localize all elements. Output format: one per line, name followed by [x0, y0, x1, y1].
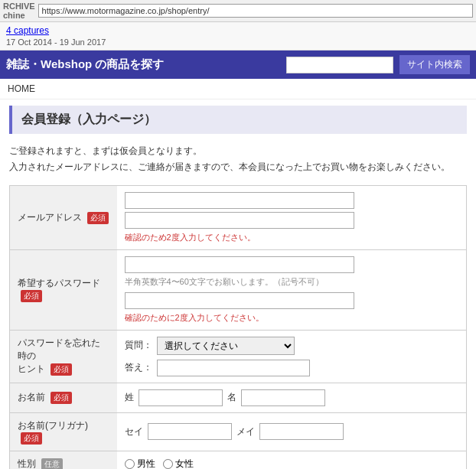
gender-label-cell: 性別 任意: [10, 451, 117, 469]
answer-label: 答え：: [125, 361, 152, 374]
female-option[interactable]: 女性: [163, 458, 194, 469]
email-input-cell: 確認のため2度入力してください。: [117, 185, 467, 249]
name-kana-label-cell: お名前(フリガナ) 必須: [10, 412, 117, 451]
password-hint2: 確認のために2度入力してください。: [125, 312, 459, 324]
archive-logo: RCHIVE chine: [3, 2, 35, 20]
nav-title: 雑誌・Webshop の商品を探す: [6, 57, 280, 72]
security-row: パスワードを忘れた時の ヒント 必須 質問： 選択してください 答え：: [10, 330, 467, 383]
name-row: お名前 必須 姓 名: [10, 383, 467, 412]
last-kana-label: セイ: [125, 425, 143, 438]
security-required-badge: 必須: [51, 363, 72, 376]
security-question-select[interactable]: 選択してください: [157, 337, 295, 355]
name-fields-row: 姓 名: [125, 389, 459, 406]
password-input-1[interactable]: [125, 256, 354, 273]
captures-link[interactable]: 4 captures: [6, 25, 49, 36]
search-button[interactable]: サイト内検索: [399, 55, 470, 74]
breadcrumb-home[interactable]: HOME: [8, 83, 35, 94]
password-row: 希望するパスワード 必須 半角英数字4〜60文字でお願いします。（記号不可） 確…: [10, 249, 467, 330]
question-row: 質問： 選択してください: [125, 337, 459, 355]
security-input-cell: 質問： 選択してください 答え：: [117, 330, 467, 383]
first-kana-input[interactable]: [259, 423, 344, 440]
last-name-input[interactable]: [139, 389, 223, 406]
top-bar: RCHIVE chine: [0, 0, 476, 22]
male-option[interactable]: 男性: [125, 458, 155, 469]
name-input-cell: 姓 名: [117, 383, 467, 412]
answer-row: 答え：: [125, 360, 459, 376]
registration-form: メールアドレス 必須 確認のため2度入力してください。 希望するパスワード 必須…: [9, 185, 467, 469]
breadcrumb: HOME: [0, 79, 476, 99]
question-label: 質問：: [125, 339, 152, 352]
password-input-cell: 半角英数字4〜60文字でお願いします。（記号不可） 確認のために2度入力してくだ…: [117, 249, 467, 330]
male-radio[interactable]: [125, 459, 135, 469]
female-radio[interactable]: [163, 459, 173, 469]
email-input-2[interactable]: [125, 212, 354, 229]
first-kana-label: メイ: [236, 425, 255, 438]
email-hint: 確認のため2度入力してください。: [125, 232, 459, 243]
gender-row: 性別 任意 男性 女性: [10, 451, 467, 469]
email-label-cell: メールアドレス 必須: [10, 185, 117, 249]
wayback-bar: 4 captures 17 Oct 2014 - 19 Jun 2017: [0, 22, 476, 50]
gender-optional-badge: 任意: [41, 458, 63, 469]
nav-header: 雑誌・Webshop の商品を探す サイト内検索: [0, 50, 476, 79]
name-required-badge: 必須: [51, 392, 72, 404]
name-label-cell: お名前 必須: [10, 383, 117, 412]
first-name-input[interactable]: [241, 389, 325, 406]
security-label-cell: パスワードを忘れた時の ヒント 必須: [10, 330, 117, 383]
last-name-label: 姓: [125, 391, 134, 404]
search-input[interactable]: [286, 57, 393, 73]
gender-radio-row: 男性 女性: [125, 458, 459, 469]
password-required-badge: 必須: [21, 290, 42, 302]
url-bar[interactable]: [38, 4, 473, 18]
password-input-2[interactable]: [125, 292, 354, 309]
gender-input-cell: 男性 女性: [117, 451, 467, 469]
page-title: 会員登録（入力ページ）: [9, 106, 467, 134]
email-input-1[interactable]: [125, 192, 354, 209]
first-name-label: 名: [227, 391, 236, 404]
password-hint1: 半角英数字4〜60文字でお願いします。（記号不可）: [125, 276, 459, 288]
page-description: ご登録されますと、まずは仮会員となります。 入力されたメールアドレスに、ご連絡が…: [9, 143, 467, 174]
page-content: 会員登録（入力ページ） ご登録されますと、まずは仮会員となります。 入力されたメ…: [0, 99, 476, 469]
security-answer-input[interactable]: [157, 360, 310, 376]
name-kana-row: お名前(フリガナ) 必須 セイ メイ: [10, 412, 467, 451]
name-kana-fields-row: セイ メイ: [125, 423, 459, 440]
password-label-cell: 希望するパスワード 必須: [10, 249, 117, 330]
wayback-dates: 17 Oct 2014 - 19 Jun 2017: [6, 37, 106, 47]
name-kana-required-badge: 必須: [21, 432, 42, 445]
email-row: メールアドレス 必須 確認のため2度入力してください。: [10, 185, 467, 249]
name-kana-input-cell: セイ メイ: [117, 412, 467, 451]
email-required-badge: 必須: [87, 212, 109, 224]
last-kana-input[interactable]: [148, 423, 232, 440]
